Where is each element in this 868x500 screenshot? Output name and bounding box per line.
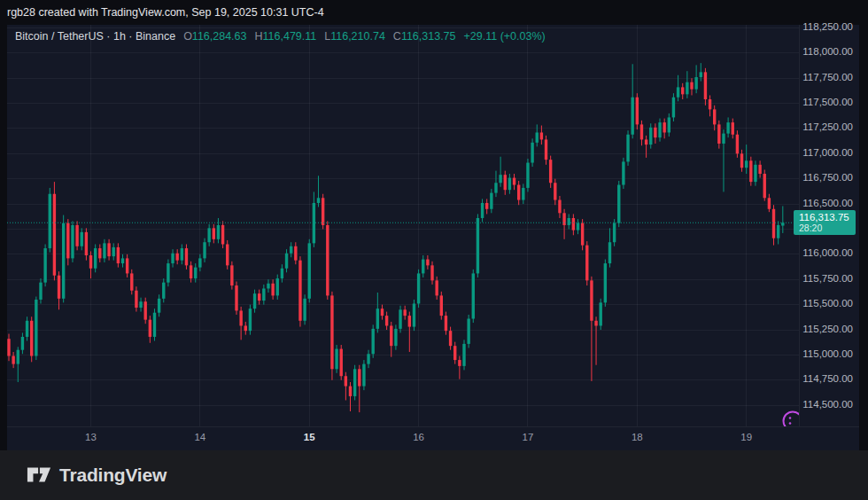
footer-bar: TradingView	[0, 450, 868, 500]
price-axis-label: 118,000.00	[802, 46, 853, 57]
tradingview-logo-text[interactable]: TradingView	[59, 465, 167, 486]
ohlc-open: O116,284.63	[183, 30, 246, 43]
change-value: +29.11 (+0.03%)	[464, 30, 546, 43]
time-axis-label: 15	[296, 432, 322, 442]
status-bar: rgb28 created with TradingView.com, Sep …	[7, 0, 324, 25]
ohlc-low: L116,210.74	[324, 30, 385, 43]
symbol-title[interactable]: Bitcoin / TetherUS · 1h · Binance	[15, 30, 175, 43]
close-value: 116,313.75	[401, 30, 456, 43]
price-axis-label: 115,750.00	[802, 273, 853, 284]
high-label: H	[255, 30, 263, 43]
close-label: C	[393, 30, 401, 43]
open-label: O	[183, 30, 192, 43]
time-axis-label: 18	[624, 432, 650, 442]
chart-panel[interactable]: Bitcoin / TetherUS · 1h · Binance O116,2…	[7, 25, 859, 450]
candlestick-chart[interactable]	[7, 25, 859, 426]
time-axis-label: 17	[515, 432, 541, 442]
low-value: 116,210.74	[330, 30, 385, 43]
price-axis-label: 117,250.00	[802, 121, 853, 132]
price-axis-label: 117,750.00	[802, 72, 853, 82]
open-value: 116,284.63	[192, 30, 247, 43]
price-axis-label: 116,750.00	[802, 172, 853, 183]
ohlc-close: C116,313.75	[393, 30, 456, 43]
tradingview-window: rgb28 created with TradingView.com, Sep …	[0, 0, 868, 500]
attribution-text: rgb28 created with TradingView.com, Sep …	[7, 6, 324, 19]
price-axis-label: 114,750.00	[802, 373, 853, 384]
bar-countdown: 28:20	[799, 223, 856, 233]
time-axis-separator	[7, 426, 859, 427]
price-axis-label: 117,000.00	[802, 147, 853, 158]
price-axis-label: 116,000.00	[802, 247, 853, 258]
price-axis-label: 118,250.00	[802, 21, 853, 32]
high-value: 116,479.11	[263, 30, 317, 43]
ohlc-high: H116,479.11	[255, 30, 317, 43]
price-axis-label: 115,250.00	[802, 324, 853, 334]
last-price-badge: 116,313.75 28:20	[794, 210, 856, 235]
time-axis-label: 13	[78, 432, 105, 442]
price-axis-label: 114,500.00	[802, 399, 853, 410]
chart-legend: Bitcoin / TetherUS · 1h · Binance O116,2…	[15, 30, 546, 43]
time-axis-label: 16	[406, 432, 432, 442]
time-axis-label: 14	[187, 432, 213, 442]
price-axis-label: 117,500.00	[802, 97, 853, 107]
tradingview-logo-icon[interactable]	[27, 464, 51, 487]
time-axis-label: 19	[733, 432, 760, 442]
price-axis-label: 115,500.00	[802, 298, 853, 309]
price-axis-label: 115,000.00	[802, 348, 853, 359]
price-axis-label: 116,500.00	[802, 198, 853, 208]
